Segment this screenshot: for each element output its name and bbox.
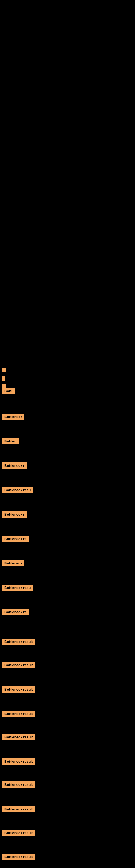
- bottleneck-label-9: Bottleneck resu: [2, 585, 33, 591]
- bottleneck-label-11: Bottleneck result: [2, 639, 35, 645]
- main-area: Bottl Bottleneck Bottlen Bottleneck r Bo…: [0, 0, 135, 868]
- bottleneck-label-1: Bottl: [2, 388, 14, 394]
- small-indicator-2: [2, 376, 5, 381]
- bottleneck-label-16: Bottleneck result: [2, 758, 35, 765]
- bottleneck-label-14: Bottleneck result: [2, 711, 35, 717]
- bottleneck-label-8: Bottleneck: [2, 560, 24, 566]
- bottleneck-label-17: Bottleneck result: [2, 781, 35, 788]
- bottleneck-label-18: Bottleneck result: [2, 806, 35, 812]
- bottleneck-label-12: Bottleneck result: [2, 662, 35, 668]
- bottleneck-label-13: Bottleneck result: [2, 686, 35, 692]
- bottleneck-label-2: Bottleneck: [2, 414, 24, 420]
- bottleneck-label-6: Bottleneck r: [2, 511, 27, 518]
- bottleneck-label-15: Bottleneck result: [2, 734, 35, 740]
- bottleneck-label-19: Bottleneck result: [2, 830, 35, 836]
- bottleneck-label-20: Bottleneck result: [2, 854, 35, 860]
- small-indicator-1: [2, 368, 6, 372]
- bottleneck-label-10: Bottleneck re: [2, 609, 29, 615]
- bottleneck-label-5: Bottleneck resu: [2, 487, 33, 493]
- bottleneck-label-4: Bottleneck r: [2, 463, 27, 469]
- bottleneck-label-7: Bottleneck re: [2, 536, 29, 542]
- bottleneck-label-3: Bottlen: [2, 438, 18, 444]
